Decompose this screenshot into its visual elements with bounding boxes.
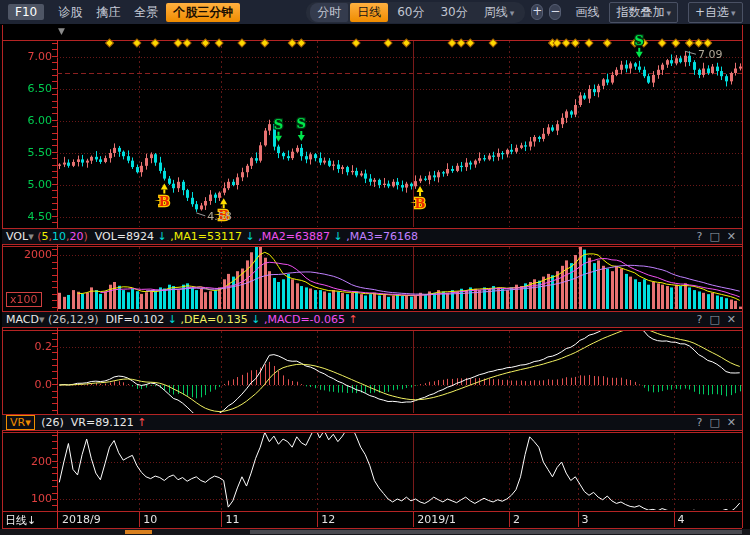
close-icon[interactable]: ✕: [727, 416, 736, 429]
volume-indicator-label[interactable]: VOL▾ (5,10,20) VOL=8924 ↓ ,MA1=53117 ↓ ,…: [6, 230, 418, 243]
indicator-value: MACD: [6, 313, 39, 326]
zoom-out-button[interactable]: −: [549, 4, 561, 20]
indicator-value: ▾: [28, 230, 37, 243]
catch-banker-button[interactable]: 擒庄: [96, 4, 120, 21]
vr-indicator-dropdown[interactable]: VR▾: [6, 415, 35, 430]
chevron-down-icon: ▾: [666, 8, 671, 18]
indicator-value: ,MACD=-0.065: [260, 313, 345, 326]
vr-panel-header: VR▾ (26) VR=89.121 ↑ ? □ ✕: [2, 414, 742, 431]
maximize-icon[interactable]: □: [709, 230, 719, 243]
macd-indicator-label[interactable]: MACD▾ (26,12,9) DIF=0.102 ↓ ,DEA=0.135 ↓…: [6, 313, 358, 326]
volume-panel-header: VOL▾ (5,10,20) VOL=8924 ↓ ,MA1=53117 ↓ ,…: [2, 228, 742, 245]
macd-panel-header: MACD▾ (26,12,9) DIF=0.102 ↓ ,DEA=0.135 ↓…: [2, 311, 742, 328]
stock-3min-button[interactable]: 个股三分钟: [166, 3, 240, 22]
chevron-down-icon: ▾: [510, 8, 515, 18]
trading-app-window: F10 诊股 擒庄 全景 个股三分钟 分时 日线 60分 30分 周线▾ + −…: [0, 0, 750, 535]
help-icon[interactable]: ?: [697, 313, 703, 326]
close-icon[interactable]: ✕: [727, 230, 736, 243]
tab-daily[interactable]: 日线: [350, 3, 388, 22]
toolbar-right: 画线 指数叠加▾ +自选▾ ▶|: [561, 2, 750, 23]
indicator-value: (26) VR=89.121: [38, 416, 134, 429]
indicator-value: ,DEA=0.135: [177, 313, 248, 326]
indicator-value: (26,12,9): [48, 313, 106, 326]
draw-line-button[interactable]: 画线: [575, 4, 599, 21]
indicator-value: ,MA3=76168: [343, 230, 418, 243]
indicator-value: ▾: [39, 313, 48, 326]
indicator-value: ,MA2=63887: [255, 230, 330, 243]
indicator-value: ↓: [164, 313, 177, 326]
indicator-value: ↓: [248, 313, 261, 326]
indicator-value: 10: [52, 230, 66, 243]
volume-unit-badge: x100: [6, 292, 42, 307]
indicator-value: ↓: [154, 230, 167, 243]
indicator-value: 20: [69, 230, 83, 243]
panorama-button[interactable]: 全景: [134, 4, 158, 21]
indicator-value: ↑: [134, 416, 147, 429]
indicator-value: ↓: [242, 230, 255, 243]
main-chart-indicator-dropdown[interactable]: ▼: [58, 26, 65, 36]
help-icon[interactable]: ?: [697, 230, 703, 243]
f10-button[interactable]: F10: [8, 4, 44, 20]
indicator-value: ↑: [345, 313, 358, 326]
indicator-value: ↓: [330, 230, 343, 243]
add-watchlist-dropdown[interactable]: +自选▾: [688, 2, 743, 23]
diagnose-button[interactable]: 诊股: [58, 4, 82, 21]
indicator-value: VOL: [6, 230, 28, 243]
maximize-icon[interactable]: □: [709, 416, 719, 429]
period-indicator[interactable]: 日线↓: [5, 513, 36, 528]
scrollbar-marker[interactable]: [125, 530, 152, 534]
indicator-value: DIF=0.102: [106, 313, 165, 326]
scrollbar-thumb[interactable]: [250, 530, 742, 534]
vr-indicator-label: (26) VR=89.121 ↑: [38, 416, 147, 429]
period-tabs: 分时 日线 60分 30分 周线▾: [306, 2, 525, 23]
help-icon[interactable]: ?: [697, 416, 703, 429]
toolbar: F10 诊股 擒庄 全景 个股三分钟 分时 日线 60分 30分 周线▾ + −…: [0, 0, 750, 24]
chevron-down-icon: ▾: [731, 8, 736, 18]
close-icon[interactable]: ✕: [727, 313, 736, 326]
zoom-in-button[interactable]: +: [531, 4, 543, 20]
maximize-icon[interactable]: □: [709, 313, 719, 326]
tab-60min[interactable]: 60分: [390, 3, 431, 22]
horizontal-scrollbar[interactable]: [0, 529, 750, 535]
tab-weekly[interactable]: 周线▾: [477, 3, 522, 22]
chart-canvas[interactable]: [0, 0, 750, 535]
tab-30min[interactable]: 30分: [433, 3, 474, 22]
indicator-value: VOL=8924: [88, 230, 154, 243]
tab-intraday[interactable]: 分时: [310, 3, 348, 22]
arrow-down-icon: ↓: [27, 514, 36, 527]
indicator-value: ,MA1=53117: [167, 230, 242, 243]
index-overlay-dropdown[interactable]: 指数叠加▾: [609, 2, 678, 23]
